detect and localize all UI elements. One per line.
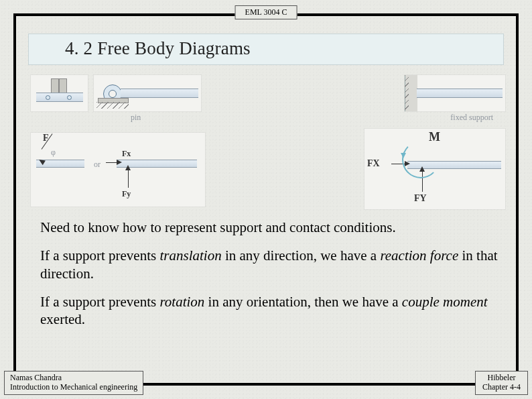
label-FY: FY — [414, 193, 427, 204]
label-M: M — [429, 130, 440, 144]
slide-title: 4. 2 Free Body Diagrams — [65, 38, 251, 58]
p3-a: If a support prevents — [40, 294, 159, 310]
label-or: or — [94, 160, 101, 170]
label-Fx: Fx — [122, 149, 131, 159]
p1-text: Need to know how to represent support an… — [40, 219, 396, 235]
p2-c: in any direction, we have a — [222, 247, 381, 264]
pin-hole-icon — [109, 90, 117, 98]
body-text: Need to know how to represent support an… — [40, 219, 500, 339]
course-code: EML 3004 C — [245, 7, 287, 17]
label-FX: FX — [367, 158, 380, 169]
footer-left-box: Namas Chandra Introduction to Mechanical… — [4, 371, 143, 395]
p3-b: rotation — [159, 294, 204, 310]
label-F: F — [43, 133, 49, 144]
label-Fy: Fy — [122, 189, 131, 199]
p2-d: reaction force — [380, 247, 458, 264]
fixed-support-label: fixed support — [450, 113, 493, 123]
wall-hatch-icon — [405, 75, 409, 111]
p2-b: translation — [159, 247, 221, 264]
footer-book: Hibbeler — [482, 374, 521, 383]
slide-page: EML 3004 C 4. 2 Free Body Diagrams pin — [0, 0, 532, 399]
p3-d: couple moment — [402, 294, 488, 310]
fy-arrow-head-icon — [125, 165, 131, 170]
fx-arrow-head-icon — [117, 160, 122, 165]
ground-hatch-icon — [96, 102, 129, 109]
label-phi: φ — [51, 148, 56, 158]
p2-a: If a support prevents — [40, 247, 159, 264]
bolt-icon — [46, 95, 50, 100]
p3-c: in any orientation, then we have a — [204, 294, 401, 310]
pin-support-left-panel — [31, 75, 88, 111]
fixed-support-panel — [405, 75, 505, 111]
beam-icon — [121, 89, 198, 98]
beam-icon — [417, 89, 503, 98]
slide-title-box: 4. 2 Free Body Diagrams — [28, 34, 504, 65]
beam-icon — [36, 93, 83, 102]
p3-e: exerted. — [40, 311, 85, 327]
pin-reaction-panel: F φ or Fx Fy — [31, 133, 205, 207]
fy-arrow-line — [128, 169, 129, 188]
fixed-reaction-panel: FX FY M — [364, 129, 505, 209]
pin-support-right-panel — [94, 75, 201, 111]
diagram-area: pin fixed support F φ or Fx — [27, 75, 505, 213]
bolt-icon — [67, 95, 72, 100]
moment-curve-icon — [402, 141, 440, 178]
pin-label: pin — [131, 113, 141, 123]
footer-course: Introduction to Mechanical engineering — [10, 383, 137, 392]
course-code-box: EML 3004 C — [235, 5, 297, 19]
paragraph-3: If a support prevents rotation in any or… — [40, 293, 500, 329]
footer-right-box: Hibbeler Chapter 4-4 — [475, 371, 528, 395]
paragraph-1: Need to know how to represent support an… — [40, 219, 402, 236]
moment-arrow-head-icon — [401, 153, 406, 158]
paragraph-2: If a support prevents translation in any… — [40, 247, 500, 282]
footer-author: Namas Chandra — [10, 374, 137, 383]
footer-chapter: Chapter 4-4 — [482, 383, 521, 392]
